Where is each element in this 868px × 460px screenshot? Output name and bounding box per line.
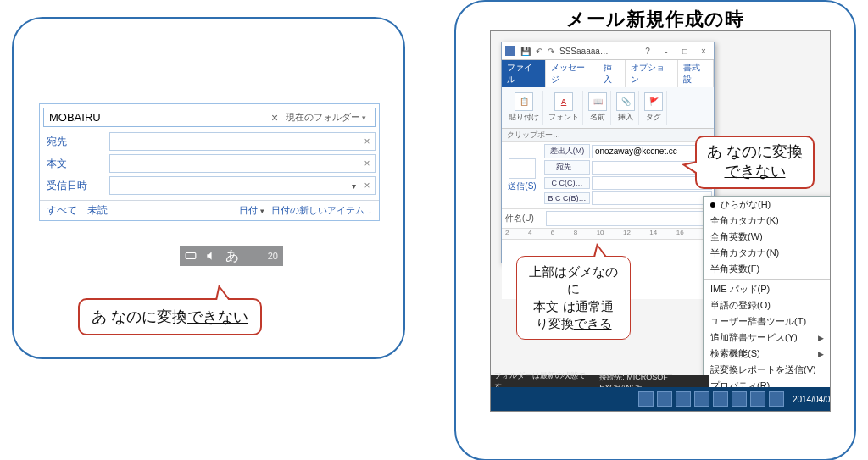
ime-menu-item[interactable]: ユーザー辞書ツール(T) [704, 313, 831, 330]
cc-button[interactable]: C C(C)… [544, 177, 590, 189]
maximize-button[interactable]: □ [678, 47, 692, 56]
tray-time-fragment: 20 [268, 251, 278, 261]
taskbar-icon[interactable] [713, 391, 728, 407]
ribbon-tags[interactable]: 🚩タグ [641, 91, 667, 125]
tab-all[interactable]: すべて [47, 203, 77, 218]
tab-insert[interactable]: 挿入 [598, 60, 626, 87]
ribbon-paste[interactable]: 📋貼り付け [505, 91, 543, 125]
sort-order-label: 日付の新しいアイテム ↓ [271, 204, 372, 217]
outlook-search-panel: × 現在のフォルダー ▾ 宛先 × 本文 [39, 103, 380, 221]
tab-unread[interactable]: 未読 [87, 203, 108, 218]
tab-message[interactable]: メッセージ [546, 60, 598, 87]
subject-label: 件名(U) [505, 213, 546, 224]
received-input[interactable] [110, 180, 348, 191]
field-label-to: 宛先 [43, 130, 109, 152]
taskbar-clock: 2014/04/08 [793, 395, 831, 404]
send-icon [509, 158, 536, 179]
speech-text: あ なのに変換 [92, 308, 187, 325]
screenshot-frame: 💾 ↶ ↷ SSSaaaaa… ? ‐ □ × ファイル メッセージ 挿入 オプ… [490, 30, 831, 412]
close-button[interactable]: × [697, 47, 710, 56]
ruler: 24681012141618 [502, 228, 714, 240]
flag-icon: 🚩 [644, 92, 663, 111]
app-icon [505, 46, 515, 56]
right-heading: メール新規作成の時 [465, 7, 846, 32]
sort-by-label: 日付 [239, 204, 258, 217]
speech-text-underlined: できない [187, 308, 248, 325]
search-input[interactable] [44, 108, 267, 126]
speech-body-ok: 上部はダメなの に 本文 は通常通 り変換できる [516, 256, 631, 340]
ime-menu-item[interactable]: 半角英数(F) [704, 261, 831, 277]
clear-body-icon[interactable]: × [359, 158, 375, 169]
qat-undo-icon[interactable]: ↶ [536, 47, 542, 56]
bcc-input[interactable] [592, 191, 712, 205]
sort-order-dropdown[interactable]: 日付の新しいアイテム ↓ [271, 204, 372, 217]
to-input[interactable] [110, 136, 359, 147]
taskbar-icon[interactable] [732, 391, 747, 407]
subject-input[interactable] [546, 211, 710, 226]
ribbon-insert[interactable]: 📎挿入 [613, 91, 639, 125]
taskbar-icon[interactable] [638, 391, 654, 407]
tab-format[interactable]: 書式設 [678, 60, 714, 87]
volume-icon [205, 250, 217, 262]
svg-rect-0 [186, 253, 196, 259]
help-icon[interactable]: ? [641, 47, 654, 56]
ime-menu-item[interactable]: IME パッド(P) [704, 281, 831, 297]
ime-menu-item[interactable]: ひらがな(H) [704, 197, 831, 213]
attach-icon: 📎 [616, 92, 635, 111]
bcc-button[interactable]: B C C(B)… [544, 192, 590, 204]
ribbon-font[interactable]: Aフォント [545, 91, 583, 125]
received-dropdown-icon[interactable]: ▾ [348, 181, 359, 191]
from-input[interactable] [592, 145, 712, 158]
speech-cannot-convert-right: あ なのに変換 できない [695, 136, 815, 189]
qat-save-icon[interactable]: 💾 [520, 47, 531, 56]
taskbar-icon[interactable] [676, 391, 691, 407]
search-scope-label: 現在のフォルダー [286, 111, 360, 124]
systray-ime-strip: あ 20 [180, 246, 283, 266]
field-label-body: 本文 [43, 152, 109, 175]
speech-cannot-convert: あ なのに変換できない [78, 298, 262, 335]
search-scope-dropdown[interactable]: 現在のフォルダー ▾ [282, 111, 375, 124]
ime-menu-item[interactable]: 全角英数(W) [704, 229, 831, 245]
tab-file[interactable]: ファイル [502, 60, 546, 87]
from-button[interactable]: 差出人(M) [544, 144, 590, 158]
font-icon: A [554, 92, 573, 111]
body-input[interactable] [110, 158, 359, 169]
chevron-down-icon: ▾ [362, 114, 366, 122]
ime-menu-item[interactable]: 誤変換レポートを送信(V) [704, 362, 831, 378]
tab-options[interactable]: オプション [626, 60, 678, 87]
mail-compose-window: 💾 ↶ ↷ SSSaaaaa… ? ‐ □ × ファイル メッセージ 挿入 オプ… [501, 42, 715, 263]
clear-search-icon[interactable]: × [267, 111, 282, 125]
clear-received-icon[interactable]: × [359, 180, 375, 191]
field-label-received: 受信日時 [43, 175, 109, 197]
taskbar: 2014/04/08 [491, 387, 831, 411]
address-book-icon: 📖 [588, 92, 607, 111]
ime-menu-item[interactable]: 検索機能(S)▶ [704, 346, 831, 362]
to-button[interactable]: 宛先… [544, 160, 590, 175]
status-bar: フォルダーは最新の状態です。 接続先: MICROSOFT EXCHANGE [491, 375, 709, 387]
ime-menu-item[interactable]: 追加辞書サービス(Y)▶ [704, 330, 831, 346]
taskbar-icon[interactable] [769, 391, 784, 407]
window-title: SSSaaaaa… [559, 47, 636, 56]
ribbon-names[interactable]: 📖名前 [585, 91, 611, 125]
right-annotation-bubble: メール新規作成の時 💾 ↶ ↷ SSSaaaaa… ? ‐ □ × [454, 0, 856, 460]
ime-indicator[interactable]: あ [225, 247, 239, 265]
ime-menu-item[interactable]: 全角カタカナ(K) [704, 213, 831, 229]
left-annotation-bubble: × 現在のフォルダー ▾ 宛先 × 本文 [12, 17, 405, 359]
submenu-arrow-icon: ▶ [818, 350, 824, 358]
ribbon-group-clipboard-label: クリップボー… [502, 129, 714, 142]
ime-menu-item[interactable]: 単語の登録(O) [704, 297, 831, 313]
ime-menu-item[interactable]: 半角カタカナ(N) [704, 245, 831, 261]
paste-icon: 📋 [515, 92, 533, 111]
qat-redo-icon[interactable]: ↷ [548, 47, 554, 56]
submenu-arrow-icon: ▶ [818, 334, 824, 342]
taskbar-icon[interactable] [750, 391, 765, 407]
send-button[interactable]: 送信(S) [508, 180, 536, 192]
sort-by-dropdown[interactable]: 日付▾ [239, 204, 264, 217]
taskbar-icon[interactable] [657, 391, 672, 407]
cc-input[interactable] [592, 176, 712, 190]
taskbar-icon[interactable] [694, 391, 709, 407]
keyboard-icon [185, 250, 197, 262]
minimize-button[interactable]: ‐ [659, 47, 673, 56]
clear-to-icon[interactable]: × [359, 136, 375, 147]
ime-context-menu: ひらがな(H) 全角カタカナ(K) 全角英数(W) 半角カタカナ(N) 半角英数… [703, 196, 831, 412]
